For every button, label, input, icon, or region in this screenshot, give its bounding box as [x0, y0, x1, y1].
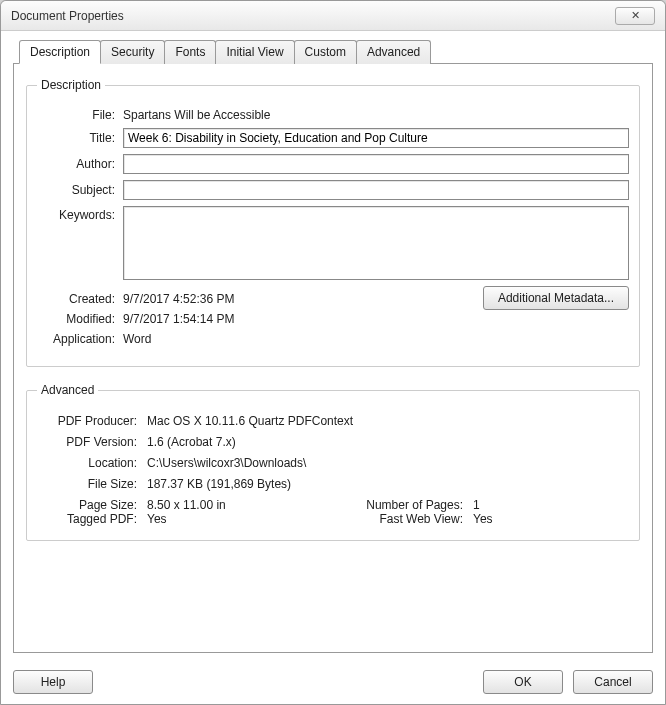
meta-block: Created: 9/7/2017 4:52:36 PM Modified: 9…	[37, 286, 629, 352]
advanced-legend: Advanced	[37, 383, 98, 397]
tab-fonts[interactable]: Fonts	[164, 40, 216, 64]
value-fast-web-view: Yes	[473, 512, 493, 526]
tab-custom[interactable]: Custom	[294, 40, 357, 64]
label-title: Title:	[37, 131, 123, 145]
dialog-footer: Help OK Cancel	[13, 670, 653, 694]
row-pdf-producer: PDF Producer: Mac OS X 10.11.6 Quartz PD…	[37, 414, 629, 428]
tab-panel-description: Description File: Spartans Will be Acces…	[13, 63, 653, 653]
label-location: Location:	[37, 456, 147, 470]
row-created: Created: 9/7/2017 4:52:36 PM	[37, 292, 483, 306]
additional-metadata-button[interactable]: Additional Metadata...	[483, 286, 629, 310]
value-modified: 9/7/2017 1:54:14 PM	[123, 312, 234, 326]
row-title: Title:	[37, 128, 629, 148]
row-page-size-pages: Page Size: 8.50 x 11.00 in Number of Pag…	[37, 498, 629, 512]
label-created: Created:	[37, 292, 123, 306]
pair-number-pages: Number of Pages: 1	[333, 498, 629, 512]
row-subject: Subject:	[37, 180, 629, 200]
label-author: Author:	[37, 157, 123, 171]
cancel-button[interactable]: Cancel	[573, 670, 653, 694]
row-tagged-fastweb: Tagged PDF: Yes Fast Web View: Yes	[37, 512, 629, 526]
row-location: Location: C:\Users\wilcoxr3\Downloads\	[37, 456, 629, 470]
row-file-size: File Size: 187.37 KB (191,869 Bytes)	[37, 477, 629, 491]
label-tagged-pdf: Tagged PDF:	[37, 512, 147, 526]
value-file-size: 187.37 KB (191,869 Bytes)	[147, 477, 291, 491]
author-field[interactable]	[123, 154, 629, 174]
description-legend: Description	[37, 78, 105, 92]
label-subject: Subject:	[37, 183, 123, 197]
pair-tagged-pdf: Tagged PDF: Yes	[37, 512, 333, 526]
label-page-size: Page Size:	[37, 498, 147, 512]
document-properties-window: Document Properties ✕ Description Securi…	[0, 0, 666, 705]
label-file: File:	[37, 108, 123, 122]
label-keywords: Keywords:	[37, 206, 123, 222]
window-title: Document Properties	[11, 9, 615, 23]
close-button[interactable]: ✕	[615, 7, 655, 25]
title-field[interactable]	[123, 128, 629, 148]
value-application: Word	[123, 332, 151, 346]
value-pdf-producer: Mac OS X 10.11.6 Quartz PDFContext	[147, 414, 353, 428]
value-tagged-pdf: Yes	[147, 512, 167, 526]
tab-security[interactable]: Security	[100, 40, 165, 64]
label-application: Application:	[37, 332, 123, 346]
keywords-field[interactable]	[123, 206, 629, 280]
label-number-pages: Number of Pages:	[333, 498, 473, 512]
description-group: Description File: Spartans Will be Acces…	[26, 78, 640, 367]
value-pdf-version: 1.6 (Acrobat 7.x)	[147, 435, 236, 449]
value-number-pages: 1	[473, 498, 480, 512]
label-pdf-version: PDF Version:	[37, 435, 147, 449]
meta-left: Created: 9/7/2017 4:52:36 PM Modified: 9…	[37, 286, 483, 352]
label-fast-web-view: Fast Web View:	[333, 512, 473, 526]
row-modified: Modified: 9/7/2017 1:54:14 PM	[37, 312, 483, 326]
pair-fast-web-view: Fast Web View: Yes	[333, 512, 629, 526]
pair-page-size: Page Size: 8.50 x 11.00 in	[37, 498, 333, 512]
close-icon: ✕	[631, 9, 640, 22]
client-area: Description Security Fonts Initial View …	[1, 31, 665, 704]
row-application: Application: Word	[37, 332, 483, 346]
help-button[interactable]: Help	[13, 670, 93, 694]
label-pdf-producer: PDF Producer:	[37, 414, 147, 428]
value-page-size: 8.50 x 11.00 in	[147, 498, 226, 512]
tabstrip: Description Security Fonts Initial View …	[19, 39, 653, 63]
advanced-group: Advanced PDF Producer: Mac OS X 10.11.6 …	[26, 383, 640, 541]
label-modified: Modified:	[37, 312, 123, 326]
tab-description[interactable]: Description	[19, 40, 101, 64]
value-created: 9/7/2017 4:52:36 PM	[123, 292, 234, 306]
subject-field[interactable]	[123, 180, 629, 200]
row-file: File: Spartans Will be Accessible	[37, 108, 629, 122]
tab-initial-view[interactable]: Initial View	[215, 40, 294, 64]
value-file: Spartans Will be Accessible	[123, 108, 270, 122]
ok-button[interactable]: OK	[483, 670, 563, 694]
value-location: C:\Users\wilcoxr3\Downloads\	[147, 456, 306, 470]
row-pdf-version: PDF Version: 1.6 (Acrobat 7.x)	[37, 435, 629, 449]
titlebar: Document Properties ✕	[1, 1, 665, 31]
label-file-size: File Size:	[37, 477, 147, 491]
row-keywords: Keywords:	[37, 206, 629, 280]
row-author: Author:	[37, 154, 629, 174]
tab-advanced[interactable]: Advanced	[356, 40, 431, 64]
